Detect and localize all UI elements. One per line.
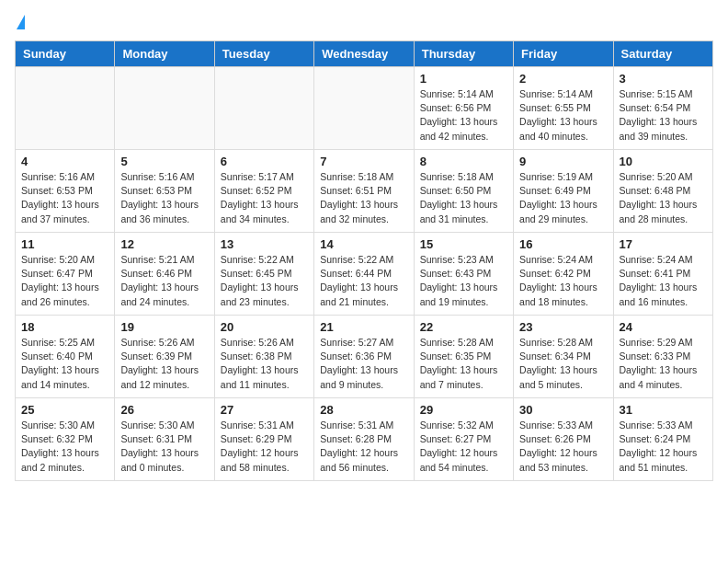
- day-info: Sunrise: 5:18 AM Sunset: 6:51 PM Dayligh…: [320, 170, 407, 226]
- day-info: Sunrise: 5:14 AM Sunset: 6:56 PM Dayligh…: [420, 87, 507, 144]
- calendar-week-row: 18Sunrise: 5:25 AM Sunset: 6:40 PM Dayli…: [16, 316, 713, 398]
- calendar-day-cell: 16Sunrise: 5:24 AM Sunset: 6:42 PM Dayli…: [514, 233, 613, 316]
- calendar-day-cell: 7Sunrise: 5:18 AM Sunset: 6:51 PM Daylig…: [314, 150, 414, 233]
- column-header-wednesday: Wednesday: [314, 41, 414, 67]
- calendar-day-cell: 24Sunrise: 5:29 AM Sunset: 6:33 PM Dayli…: [613, 316, 712, 398]
- day-info: Sunrise: 5:27 AM Sunset: 6:36 PM Dayligh…: [320, 336, 407, 392]
- calendar-day-cell: 30Sunrise: 5:33 AM Sunset: 6:26 PM Dayli…: [514, 398, 613, 481]
- calendar-header-row: SundayMondayTuesdayWednesdayThursdayFrid…: [16, 41, 713, 67]
- day-number: 27: [221, 403, 308, 417]
- column-header-monday: Monday: [115, 41, 214, 67]
- day-number: 3: [620, 72, 707, 86]
- calendar-week-row: 4Sunrise: 5:16 AM Sunset: 6:53 PM Daylig…: [16, 150, 713, 233]
- header: [15, 15, 713, 29]
- calendar-day-cell: [16, 67, 115, 150]
- calendar-day-cell: 3Sunrise: 5:15 AM Sunset: 6:54 PM Daylig…: [613, 67, 712, 150]
- day-number: 19: [120, 320, 208, 334]
- day-number: 26: [120, 403, 208, 417]
- day-number: 13: [221, 237, 308, 251]
- day-info: Sunrise: 5:30 AM Sunset: 6:32 PM Dayligh…: [21, 419, 108, 475]
- calendar-day-cell: 11Sunrise: 5:20 AM Sunset: 6:47 PM Dayli…: [16, 233, 115, 316]
- column-header-friday: Friday: [514, 41, 613, 67]
- day-info: Sunrise: 5:31 AM Sunset: 6:28 PM Dayligh…: [320, 419, 407, 475]
- day-number: 23: [519, 320, 607, 334]
- column-header-saturday: Saturday: [613, 41, 712, 67]
- day-number: 6: [221, 155, 308, 168]
- day-info: Sunrise: 5:21 AM Sunset: 6:46 PM Dayligh…: [120, 253, 208, 309]
- day-info: Sunrise: 5:22 AM Sunset: 6:45 PM Dayligh…: [221, 253, 308, 309]
- calendar-day-cell: 9Sunrise: 5:19 AM Sunset: 6:49 PM Daylig…: [514, 150, 613, 233]
- calendar-day-cell: 13Sunrise: 5:22 AM Sunset: 6:45 PM Dayli…: [214, 233, 313, 316]
- day-info: Sunrise: 5:16 AM Sunset: 6:53 PM Dayligh…: [21, 170, 108, 226]
- column-header-sunday: Sunday: [16, 41, 115, 67]
- day-info: Sunrise: 5:17 AM Sunset: 6:52 PM Dayligh…: [221, 170, 308, 226]
- calendar-day-cell: 20Sunrise: 5:26 AM Sunset: 6:38 PM Dayli…: [214, 316, 313, 398]
- day-info: Sunrise: 5:26 AM Sunset: 6:39 PM Dayligh…: [120, 336, 208, 392]
- calendar-day-cell: 12Sunrise: 5:21 AM Sunset: 6:46 PM Dayli…: [115, 233, 214, 316]
- day-number: 28: [320, 403, 407, 417]
- day-number: 22: [420, 320, 507, 334]
- calendar-day-cell: 27Sunrise: 5:31 AM Sunset: 6:29 PM Dayli…: [214, 398, 313, 481]
- day-number: 9: [519, 155, 607, 168]
- day-info: Sunrise: 5:28 AM Sunset: 6:35 PM Dayligh…: [420, 336, 507, 392]
- column-header-thursday: Thursday: [414, 41, 513, 67]
- day-info: Sunrise: 5:33 AM Sunset: 6:26 PM Dayligh…: [519, 419, 607, 475]
- calendar-week-row: 11Sunrise: 5:20 AM Sunset: 6:47 PM Dayli…: [16, 233, 713, 316]
- calendar-day-cell: 15Sunrise: 5:23 AM Sunset: 6:43 PM Dayli…: [414, 233, 513, 316]
- day-info: Sunrise: 5:24 AM Sunset: 6:41 PM Dayligh…: [620, 253, 707, 309]
- day-info: Sunrise: 5:31 AM Sunset: 6:29 PM Dayligh…: [221, 419, 308, 475]
- day-number: 30: [519, 403, 607, 417]
- day-number: 4: [21, 155, 108, 168]
- logo-triangle-icon: [17, 15, 25, 29]
- calendar-day-cell: 31Sunrise: 5:33 AM Sunset: 6:24 PM Dayli…: [613, 398, 712, 481]
- calendar-table: SundayMondayTuesdayWednesdayThursdayFrid…: [15, 40, 713, 481]
- day-info: Sunrise: 5:33 AM Sunset: 6:24 PM Dayligh…: [620, 419, 707, 475]
- calendar-day-cell: [115, 67, 214, 150]
- day-number: 29: [420, 403, 507, 417]
- day-info: Sunrise: 5:23 AM Sunset: 6:43 PM Dayligh…: [420, 253, 507, 309]
- day-number: 21: [320, 320, 407, 334]
- day-info: Sunrise: 5:32 AM Sunset: 6:27 PM Dayligh…: [420, 419, 507, 475]
- day-info: Sunrise: 5:29 AM Sunset: 6:33 PM Dayligh…: [620, 336, 707, 392]
- day-number: 2: [519, 72, 607, 86]
- calendar-day-cell: 19Sunrise: 5:26 AM Sunset: 6:39 PM Dayli…: [115, 316, 214, 398]
- day-number: 5: [120, 155, 208, 168]
- day-number: 7: [320, 155, 407, 168]
- day-number: 17: [620, 237, 707, 251]
- calendar-day-cell: 6Sunrise: 5:17 AM Sunset: 6:52 PM Daylig…: [214, 150, 313, 233]
- calendar-body: 1Sunrise: 5:14 AM Sunset: 6:56 PM Daylig…: [16, 67, 713, 481]
- day-number: 11: [21, 237, 108, 251]
- calendar-day-cell: 29Sunrise: 5:32 AM Sunset: 6:27 PM Dayli…: [414, 398, 513, 481]
- day-number: 24: [620, 320, 707, 334]
- day-info: Sunrise: 5:28 AM Sunset: 6:34 PM Dayligh…: [519, 336, 607, 392]
- day-number: 20: [221, 320, 308, 334]
- day-number: 31: [620, 403, 707, 417]
- day-info: Sunrise: 5:20 AM Sunset: 6:47 PM Dayligh…: [21, 253, 108, 309]
- day-info: Sunrise: 5:26 AM Sunset: 6:38 PM Dayligh…: [221, 336, 308, 392]
- day-info: Sunrise: 5:16 AM Sunset: 6:53 PM Dayligh…: [120, 170, 208, 226]
- calendar-day-cell: 26Sunrise: 5:30 AM Sunset: 6:31 PM Dayli…: [115, 398, 214, 481]
- day-info: Sunrise: 5:15 AM Sunset: 6:54 PM Dayligh…: [620, 87, 707, 144]
- calendar-day-cell: 8Sunrise: 5:18 AM Sunset: 6:50 PM Daylig…: [414, 150, 513, 233]
- calendar-day-cell: 14Sunrise: 5:22 AM Sunset: 6:44 PM Dayli…: [314, 233, 414, 316]
- calendar-day-cell: 1Sunrise: 5:14 AM Sunset: 6:56 PM Daylig…: [414, 67, 513, 150]
- day-info: Sunrise: 5:25 AM Sunset: 6:40 PM Dayligh…: [21, 336, 108, 392]
- calendar-day-cell: 5Sunrise: 5:16 AM Sunset: 6:53 PM Daylig…: [115, 150, 214, 233]
- day-info: Sunrise: 5:30 AM Sunset: 6:31 PM Dayligh…: [120, 419, 208, 475]
- day-number: 16: [519, 237, 607, 251]
- calendar-day-cell: [314, 67, 414, 150]
- calendar-day-cell: 18Sunrise: 5:25 AM Sunset: 6:40 PM Dayli…: [16, 316, 115, 398]
- day-info: Sunrise: 5:20 AM Sunset: 6:48 PM Dayligh…: [620, 170, 707, 226]
- calendar-day-cell: [214, 67, 313, 150]
- day-number: 1: [420, 72, 507, 86]
- calendar-day-cell: 10Sunrise: 5:20 AM Sunset: 6:48 PM Dayli…: [613, 150, 712, 233]
- column-header-tuesday: Tuesday: [214, 41, 313, 67]
- day-number: 18: [21, 320, 108, 334]
- calendar-day-cell: 17Sunrise: 5:24 AM Sunset: 6:41 PM Dayli…: [613, 233, 712, 316]
- day-info: Sunrise: 5:19 AM Sunset: 6:49 PM Dayligh…: [519, 170, 607, 226]
- day-info: Sunrise: 5:18 AM Sunset: 6:50 PM Dayligh…: [420, 170, 507, 226]
- calendar-day-cell: 28Sunrise: 5:31 AM Sunset: 6:28 PM Dayli…: [314, 398, 414, 481]
- day-number: 14: [320, 237, 407, 251]
- day-number: 25: [21, 403, 108, 417]
- calendar-day-cell: 25Sunrise: 5:30 AM Sunset: 6:32 PM Dayli…: [16, 398, 115, 481]
